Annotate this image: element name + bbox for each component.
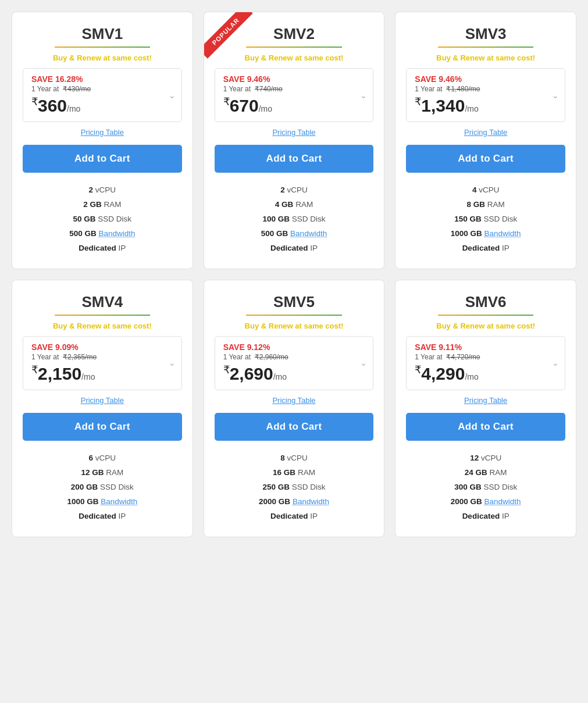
ram-spec: 8 GB RAM	[406, 198, 565, 212]
ssd-spec: 150 GB SSD Disk	[406, 212, 565, 227]
add-to-cart-button-smv2[interactable]: Add to Cart	[215, 145, 374, 173]
plan-card-smv5: SMV5Buy & Renew at same cost!SAVE 9.12%1…	[204, 280, 385, 537]
save-percent: SAVE 9.46%	[223, 74, 365, 84]
bandwidth-spec: 1000 GB Bandwidth	[406, 227, 565, 241]
price-box: SAVE 9.46%1 Year at ₹740/mo₹670/mo⌄	[215, 68, 374, 122]
save-percent: SAVE 9.46%	[415, 74, 557, 84]
pricing-table-link[interactable]: Pricing Table	[272, 128, 315, 137]
add-to-cart-button-smv6[interactable]: Add to Cart	[406, 413, 565, 441]
original-price: 1 Year at ₹430/mo	[31, 85, 173, 93]
plan-card-smv3: SMV3Buy & Renew at same cost!SAVE 9.46%1…	[395, 12, 576, 269]
plan-title: SMV3	[465, 25, 507, 43]
current-price: ₹670/mo	[223, 95, 365, 116]
title-underline	[438, 315, 533, 316]
ip-spec: Dedicated IP	[23, 241, 182, 256]
save-percent: SAVE 16.28%	[31, 74, 173, 84]
vcpu-spec: 8 vCPU	[215, 451, 374, 466]
current-price: ₹4,290/mo	[415, 363, 557, 384]
dropdown-icon[interactable]: ⌄	[552, 91, 559, 100]
price-box: SAVE 9.09%1 Year at ₹2,365/mo₹2,150/mo⌄	[23, 336, 182, 390]
original-price: 1 Year at ₹4,720/mo	[415, 353, 557, 361]
dropdown-icon[interactable]: ⌄	[169, 358, 176, 367]
title-underline	[246, 47, 341, 48]
plan-title: SMV5	[273, 293, 315, 311]
renew-text: Buy & Renew at same cost!	[53, 53, 152, 62]
ip-spec: Dedicated IP	[23, 509, 182, 524]
original-price: 1 Year at ₹1,480/mo	[415, 85, 557, 93]
plan-title: SMV2	[273, 25, 315, 43]
pricing-table-link[interactable]: Pricing Table	[464, 396, 507, 405]
popular-ribbon-label: POPULAR	[204, 12, 253, 59]
bandwidth-spec: 2000 GB Bandwidth	[406, 495, 565, 509]
price-box: SAVE 9.12%1 Year at ₹2,960/mo₹2,690/mo⌄	[215, 336, 374, 390]
renew-text: Buy & Renew at same cost!	[436, 322, 535, 330]
plan-specs: 2 vCPU 2 GB RAM 50 GB SSD Disk 500 GB Ba…	[23, 183, 182, 256]
current-price: ₹2,690/mo	[223, 363, 365, 384]
ip-spec: Dedicated IP	[406, 241, 565, 256]
current-price: ₹2,150/mo	[31, 363, 173, 384]
plan-card-smv2: POPULARSMV2Buy & Renew at same cost!SAVE…	[204, 12, 385, 269]
ram-spec: 2 GB RAM	[23, 198, 182, 212]
plan-card-smv4: SMV4Buy & Renew at same cost!SAVE 9.09%1…	[12, 280, 193, 537]
plan-specs: 6 vCPU 12 GB RAM 200 GB SSD Disk 1000 GB…	[23, 451, 182, 524]
plan-card-smv6: SMV6Buy & Renew at same cost!SAVE 9.11%1…	[395, 280, 576, 537]
vcpu-spec: 6 vCPU	[23, 451, 182, 466]
bandwidth-spec: 500 GB Bandwidth	[215, 227, 374, 241]
ssd-spec: 250 GB SSD Disk	[215, 480, 374, 495]
ip-spec: Dedicated IP	[406, 509, 565, 524]
plan-specs: 8 vCPU 16 GB RAM 250 GB SSD Disk 2000 GB…	[215, 451, 374, 524]
save-percent: SAVE 9.11%	[415, 342, 557, 352]
ram-spec: 12 GB RAM	[23, 466, 182, 480]
plan-title: SMV6	[465, 293, 507, 311]
bandwidth-spec: 2000 GB Bandwidth	[215, 495, 374, 509]
add-to-cart-button-smv5[interactable]: Add to Cart	[215, 413, 374, 441]
add-to-cart-button-smv4[interactable]: Add to Cart	[23, 413, 182, 441]
plan-specs: 12 vCPU 24 GB RAM 300 GB SSD Disk 2000 G…	[406, 451, 565, 524]
save-percent: SAVE 9.09%	[31, 342, 173, 352]
bandwidth-spec: 500 GB Bandwidth	[23, 227, 182, 241]
plan-title: SMV4	[81, 293, 123, 311]
current-price: ₹1,340/mo	[415, 95, 557, 116]
ram-spec: 24 GB RAM	[406, 466, 565, 480]
vcpu-spec: 4 vCPU	[406, 183, 565, 198]
original-price: 1 Year at ₹2,365/mo	[31, 353, 173, 361]
ssd-spec: 50 GB SSD Disk	[23, 212, 182, 227]
price-box: SAVE 9.11%1 Year at ₹4,720/mo₹4,290/mo⌄	[406, 336, 565, 390]
title-underline	[55, 47, 150, 48]
dropdown-icon[interactable]: ⌄	[552, 358, 559, 367]
plan-specs: 4 vCPU 8 GB RAM 150 GB SSD Disk 1000 GB …	[406, 183, 565, 256]
ip-spec: Dedicated IP	[215, 509, 374, 524]
add-to-cart-button-smv3[interactable]: Add to Cart	[406, 145, 565, 173]
price-box: SAVE 16.28%1 Year at ₹430/mo₹360/mo⌄	[23, 68, 182, 122]
dropdown-icon[interactable]: ⌄	[169, 91, 176, 100]
original-price: 1 Year at ₹740/mo	[223, 85, 365, 93]
ram-spec: 16 GB RAM	[215, 466, 374, 480]
plan-card-smv1: SMV1Buy & Renew at same cost!SAVE 16.28%…	[12, 12, 193, 269]
add-to-cart-button-smv1[interactable]: Add to Cart	[23, 145, 182, 173]
plan-specs: 2 vCPU 4 GB RAM 100 GB SSD Disk 500 GB B…	[215, 183, 374, 256]
original-price: 1 Year at ₹2,960/mo	[223, 353, 365, 361]
pricing-table-link[interactable]: Pricing Table	[464, 128, 507, 137]
renew-text: Buy & Renew at same cost!	[53, 322, 152, 330]
vcpu-spec: 2 vCPU	[23, 183, 182, 198]
dropdown-icon[interactable]: ⌄	[360, 91, 367, 100]
pricing-table-link[interactable]: Pricing Table	[81, 128, 124, 137]
pricing-table-link[interactable]: Pricing Table	[272, 396, 315, 405]
current-price: ₹360/mo	[31, 95, 173, 116]
dropdown-icon[interactable]: ⌄	[360, 358, 367, 367]
renew-text: Buy & Renew at same cost!	[245, 53, 344, 62]
renew-text: Buy & Renew at same cost!	[245, 322, 344, 330]
title-underline	[438, 47, 533, 48]
renew-text: Buy & Renew at same cost!	[436, 53, 535, 62]
vcpu-spec: 2 vCPU	[215, 183, 374, 198]
ssd-spec: 100 GB SSD Disk	[215, 212, 374, 227]
ssd-spec: 200 GB SSD Disk	[23, 480, 182, 495]
ssd-spec: 300 GB SSD Disk	[406, 480, 565, 495]
vcpu-spec: 12 vCPU	[406, 451, 565, 466]
plan-title: SMV1	[81, 25, 123, 43]
ip-spec: Dedicated IP	[215, 241, 374, 256]
ram-spec: 4 GB RAM	[215, 198, 374, 212]
pricing-table-link[interactable]: Pricing Table	[81, 396, 124, 405]
bandwidth-spec: 1000 GB Bandwidth	[23, 495, 182, 509]
price-box: SAVE 9.46%1 Year at ₹1,480/mo₹1,340/mo⌄	[406, 68, 565, 122]
